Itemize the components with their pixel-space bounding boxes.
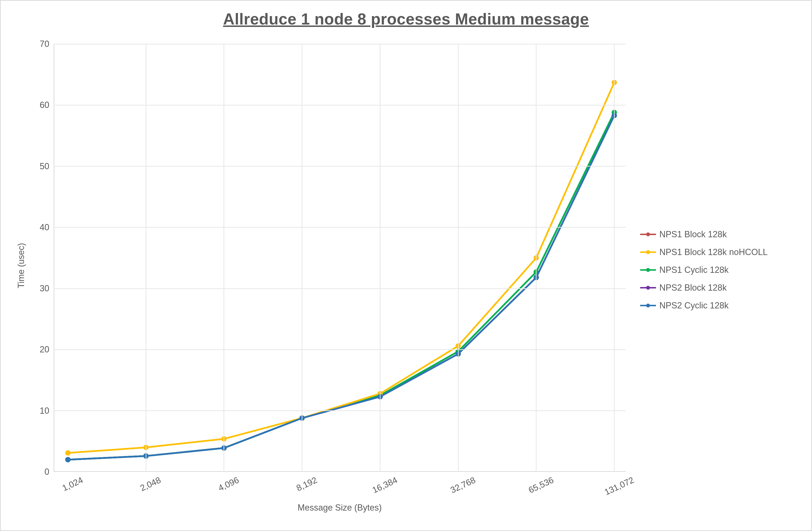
y-tick-label: 0 — [44, 467, 54, 477]
legend-swatch — [640, 287, 656, 288]
chart-title: Allreduce 1 node 8 processes Medium mess… — [1, 10, 811, 28]
legend-swatch — [640, 234, 656, 235]
y-tick-label: 60 — [40, 100, 54, 110]
gridline-h — [54, 288, 626, 289]
series-marker — [66, 457, 71, 462]
legend-swatch — [640, 269, 656, 271]
series-marker — [66, 450, 71, 456]
gridline-v — [146, 44, 146, 472]
legend-marker-icon — [646, 268, 650, 272]
legend-item: NPS2 Block 128k — [640, 279, 768, 297]
legend-item: NPS1 Block 128k — [640, 226, 768, 243]
series-line — [68, 83, 614, 453]
legend-label: NPS2 Cyclic 128k — [659, 300, 729, 311]
series-line — [68, 116, 614, 460]
y-tick-label: 20 — [40, 344, 54, 355]
legend-label: NPS1 Block 128k noHCOLL — [659, 247, 768, 257]
legend-marker-icon — [646, 232, 650, 236]
series-layer — [54, 44, 626, 472]
gridline-v — [223, 44, 224, 472]
gridline-v — [302, 44, 302, 472]
x-tick-label: 65,536 — [525, 472, 555, 495]
x-tick-label: 131,072 — [602, 472, 636, 497]
legend-marker-icon — [646, 250, 650, 254]
legend-marker-icon — [646, 286, 650, 290]
y-tick-label: 50 — [40, 161, 54, 171]
y-tick-label: 10 — [40, 406, 54, 416]
gridline-h — [54, 410, 626, 411]
x-tick-label: 8,192 — [293, 472, 319, 493]
x-tick-label: 2,048 — [137, 472, 162, 493]
legend-swatch — [640, 305, 656, 306]
x-tick-label: 32,768 — [447, 472, 477, 495]
y-tick-label: 40 — [40, 223, 54, 232]
gridline-h — [54, 44, 626, 44]
gridline-v — [536, 44, 537, 472]
legend-marker-icon — [646, 304, 650, 307]
x-tick-label: 16,384 — [369, 472, 399, 495]
legend-item: NPS1 Block 128k noHCOLL — [640, 243, 768, 261]
legend-label: NPS1 Block 128k — [659, 229, 727, 240]
x-tick-label: 1,024 — [59, 472, 84, 493]
y-tick-label: 70 — [40, 39, 54, 49]
gridline-v — [380, 44, 380, 472]
gridline-v — [458, 44, 459, 472]
gridline-h — [54, 166, 626, 167]
legend-swatch — [640, 252, 656, 253]
legend-label: NPS1 Cyclic 128k — [659, 265, 729, 275]
legend-item: NPS1 Cyclic 128k — [640, 261, 768, 279]
legend: NPS1 Block 128kNPS1 Block 128k noHCOLLNP… — [640, 226, 768, 314]
legend-label: NPS2 Block 128k — [659, 283, 727, 293]
y-tick-label: 30 — [40, 283, 54, 293]
chart-frame: Allreduce 1 node 8 processes Medium mess… — [0, 0, 812, 531]
plot-area: 0102030405060701,0242,0484,0968,19216,38… — [54, 44, 626, 472]
x-axis-label: Message Size (Bytes) — [54, 503, 626, 513]
x-tick-label: 4,096 — [215, 472, 241, 493]
gridline-h — [54, 349, 626, 350]
gridline-h — [54, 227, 626, 228]
legend-item: NPS2 Cyclic 128k — [640, 297, 768, 314]
y-axis-label: Time (usec) — [16, 243, 26, 288]
gridline-v — [614, 44, 615, 472]
gridline-h — [54, 105, 626, 105]
